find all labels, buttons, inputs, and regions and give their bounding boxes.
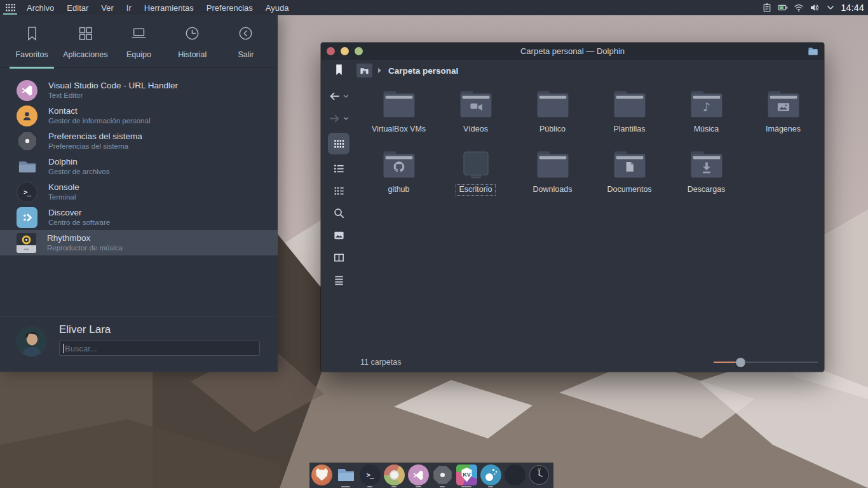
dock-label-hint xyxy=(341,486,350,487)
search-button[interactable] xyxy=(321,207,356,219)
tab-historial[interactable]: Historial xyxy=(166,25,219,59)
menu-ir[interactable]: Ir xyxy=(120,0,138,15)
view-icons-button[interactable] xyxy=(328,133,349,154)
rhythmbox-app-icon xyxy=(17,233,36,253)
zoom-slider[interactable] xyxy=(714,358,818,367)
search-input[interactable] xyxy=(60,341,259,355)
menu-archivo[interactable]: Archivo xyxy=(20,0,60,15)
folder-descargas[interactable]: Descargas xyxy=(668,149,745,196)
menu-ver[interactable]: Ver xyxy=(95,0,120,15)
folder-escritorio[interactable]: Escritorio xyxy=(437,149,514,196)
dock-item-kvantum-manager[interactable]: KV xyxy=(454,464,478,488)
app-item-konsole[interactable]: >_KonsoleTerminal xyxy=(0,179,278,205)
dock-item-background-app[interactable] xyxy=(503,464,527,488)
dock-item-firefox[interactable] xyxy=(309,464,334,488)
tab-favoritos[interactable]: Favoritos xyxy=(5,25,58,59)
dock-item-clock-widget[interactable]: 12 xyxy=(527,464,551,488)
folder-virtualbox-vms[interactable]: VirtualBox VMs xyxy=(360,89,437,135)
app-item-discover[interactable]: DiscoverCentro de software xyxy=(0,205,278,230)
split-view-button[interactable] xyxy=(321,252,356,264)
app-item-dolphin[interactable]: DolphinGestor de archivos xyxy=(0,154,278,179)
app-launcher-button[interactable] xyxy=(0,0,20,15)
folder-v-deos[interactable]: Vídeos xyxy=(437,89,514,135)
app-item-preferencias[interactable]: Preferencias del sistemaPreferencias del… xyxy=(0,128,278,154)
tab-equipo[interactable]: Equipo xyxy=(112,25,165,59)
folder-im-genes[interactable]: Imágenes xyxy=(745,89,822,135)
dock-item-system-settings[interactable] xyxy=(430,464,454,488)
folder-label: Downloads xyxy=(530,184,576,196)
zoom-slider-track xyxy=(745,362,818,363)
wifi-icon[interactable] xyxy=(794,3,804,13)
user-avatar[interactable] xyxy=(16,326,47,357)
tab-label: Equipo xyxy=(126,50,151,59)
folder-label: Escritorio xyxy=(456,184,495,196)
view-list-button[interactable] xyxy=(321,163,356,175)
titlebar[interactable]: Carpeta personal — Dolphin xyxy=(321,43,824,60)
dock-item-night-app[interactable] xyxy=(478,464,503,488)
minimize-button[interactable] xyxy=(341,47,349,55)
folder-label: VirtualBox VMs xyxy=(369,124,429,135)
folder-label: Vídeos xyxy=(460,124,491,135)
close-button[interactable] xyxy=(327,47,335,55)
hamburger-menu-button[interactable] xyxy=(321,274,356,286)
folder-plantillas[interactable]: Plantillas xyxy=(591,89,668,135)
dock-label-hint xyxy=(488,486,493,487)
menu-ayuda[interactable]: Ayuda xyxy=(259,0,295,15)
window-title: Carpeta personal — Dolphin xyxy=(321,46,824,56)
folder-m-sica[interactable]: ♪Música xyxy=(668,89,745,135)
view-details-button[interactable] xyxy=(321,185,356,197)
dock-label-hint xyxy=(367,486,372,487)
bookmark-filled-button[interactable] xyxy=(321,64,356,76)
bookmark-icon xyxy=(24,25,41,44)
laptop-icon xyxy=(130,25,147,44)
tab-salir[interactable]: Salir xyxy=(219,25,273,59)
app-item-rhythmbox[interactable]: RhythmboxReproductor de música xyxy=(0,230,278,255)
app-subtitle: Gestor de archivos xyxy=(48,167,110,176)
tab-label: Historial xyxy=(178,50,207,59)
menubar-items: ArchivoEditarVerIrHerramientasPreferenci… xyxy=(20,0,295,15)
menu-preferencias[interactable]: Preferencias xyxy=(200,0,259,15)
app-title: Kontact xyxy=(48,106,150,116)
dock-label-hint xyxy=(440,486,445,487)
statusbar: 11 carpetas xyxy=(356,353,824,372)
tab-aplicaciones[interactable]: Aplicaciones xyxy=(58,25,112,59)
clock[interactable]: 14:44 xyxy=(841,3,864,13)
folder-label: Descargas xyxy=(684,184,729,196)
grid4-icon xyxy=(77,25,94,44)
volume-icon[interactable] xyxy=(810,3,820,13)
chromium-icon xyxy=(384,464,405,485)
vscode-app-icon xyxy=(17,80,37,101)
favorites-list: Visual Studio Code - URL HandlerText Edi… xyxy=(0,78,278,255)
dock-item-terminal[interactable]: >_ xyxy=(358,464,382,488)
dock-item-chromium[interactable] xyxy=(382,464,406,488)
dock: >_KV12 xyxy=(309,463,553,488)
breadcrumb-home-button[interactable] xyxy=(356,64,372,78)
menu-herramientas[interactable]: Herramientas xyxy=(138,0,200,15)
folder-icon: ♪ xyxy=(688,89,725,119)
folder-downloads[interactable]: Downloads xyxy=(514,149,591,196)
app-item-kontact[interactable]: KontactGestor de información personal xyxy=(0,103,278,128)
back-arrow-button[interactable] xyxy=(321,90,356,102)
battery-icon[interactable] xyxy=(778,3,788,13)
application-launcher-panel: FavoritosAplicacionesEquipoHistorialSali… xyxy=(0,15,278,372)
maximize-button[interactable] xyxy=(355,47,363,55)
chevron-down-icon[interactable] xyxy=(825,3,836,13)
menu-editar[interactable]: Editar xyxy=(60,0,95,15)
app-item-visual[interactable]: Visual Studio Code - URL HandlerText Edi… xyxy=(0,78,278,103)
folder-p-blico[interactable]: Público xyxy=(514,89,591,135)
folder-icon xyxy=(458,89,494,119)
folder-documentos[interactable]: Documentos xyxy=(591,149,668,196)
folder-grid: VirtualBox VMsVídeosPúblicoPlantillas♪Mú… xyxy=(360,89,822,196)
zoom-slider-handle[interactable] xyxy=(736,358,745,367)
dock-item-file-manager[interactable] xyxy=(334,464,358,488)
folder-github[interactable]: github xyxy=(360,149,437,196)
clipboard-icon[interactable] xyxy=(762,3,772,13)
history-icon xyxy=(184,25,201,44)
settings-app-icon xyxy=(17,131,37,152)
preview-button[interactable] xyxy=(321,229,356,241)
dock-item-vscode[interactable] xyxy=(406,464,430,488)
app-subtitle: Gestor de información personal xyxy=(48,116,150,125)
zoom-slider-fill xyxy=(714,362,736,363)
breadcrumb[interactable]: Carpeta personal xyxy=(388,66,458,76)
app-title: Preferencias del sistema xyxy=(48,132,142,142)
